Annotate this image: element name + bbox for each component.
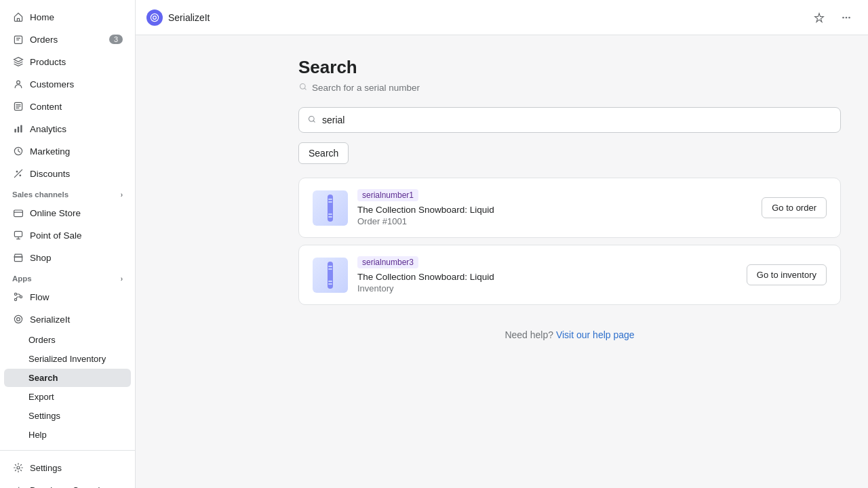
sidebar-item-label: Developer Console [30,485,105,489]
results-container: serialnumber1 The Collection Snowboard: … [298,178,841,305]
svg-rect-32 [328,268,332,270]
go-to-inventory-button[interactable]: Go to inventory [747,264,827,285]
sidebar-item-content[interactable]: Content [4,96,131,117]
page-title: Search [298,57,841,78]
help-section: Need help? Visit our help page [298,329,841,340]
sidebar-item-label: Shop [30,253,52,263]
result-product-name: The Collection Snowboard: Liquid [357,272,737,282]
svg-rect-25 [328,199,332,200]
svg-point-17 [153,16,157,19]
sidebar-item-shop[interactable]: Shop [4,247,131,268]
sidebar-item-online-store[interactable]: Online Store [4,202,131,224]
help-link[interactable]: Visit our help page [556,329,635,340]
search-button[interactable]: Search [298,142,349,164]
sidebar-item-label: Flow [30,292,50,302]
sidebar-item-serializeit[interactable]: SerializeIt [4,308,131,330]
sidebar-item-products[interactable]: Products [4,51,131,73]
product-image [313,258,348,293]
svg-point-12 [14,315,22,323]
sidebar-item-customers[interactable]: Customers [4,73,131,95]
svg-rect-27 [328,214,332,215]
sub-item-export[interactable]: Export [4,388,131,406]
products-icon [12,56,24,68]
sidebar-item-marketing[interactable]: Marketing [4,140,131,162]
sidebar-item-discounts[interactable]: Discounts [4,163,131,184]
marketing-icon [12,145,24,157]
sidebar-item-settings[interactable]: Settings [4,457,131,479]
shop-icon [12,251,24,264]
go-to-order-button[interactable]: Go to order [762,197,827,218]
result-info: serialnumber3 The Collection Snowboard: … [357,256,737,293]
sidebar-item-developer-console[interactable]: Developer Console [4,479,131,488]
serial-badge: serialnumber3 [357,256,418,268]
topbar-actions [808,7,857,28]
sidebar-item-label: SerializeIt [30,314,70,325]
orders-badge: 3 [109,35,123,44]
online-store-icon [12,207,24,219]
sidebar-item-flow[interactable]: Flow [4,286,131,308]
topbar: SerializeIt [136,0,868,35]
sidebar-item-label: Analytics [30,124,66,134]
svg-point-13 [17,318,20,321]
svg-point-1 [17,81,20,84]
search-input[interactable] [317,108,832,132]
pos-icon [12,229,24,241]
svg-rect-26 [328,201,332,203]
sub-item-label: Settings [28,411,60,421]
sales-channels-section: Sales channels › [0,185,135,201]
svg-point-18 [842,16,844,18]
sub-item-label: Help [28,430,47,440]
dev-console-icon [12,484,24,488]
sidebar-item-label: Customers [30,79,74,89]
flow-icon [12,291,24,303]
sub-item-search[interactable]: Search [4,369,131,387]
serial-badge: serialnumber1 [357,189,418,201]
sub-item-label: Orders [28,335,56,345]
sidebar-item-home[interactable]: Home [4,6,131,28]
customers-icon [12,78,24,90]
sidebar-item-analytics[interactable]: Analytics [4,118,131,140]
sub-item-serialized-inventory[interactable]: Serialized Inventory [4,350,131,368]
analytics-icon [12,123,24,135]
content-icon [12,100,24,113]
sales-channels-chevron[interactable]: › [121,191,123,199]
svg-rect-28 [328,216,332,218]
result-card: serialnumber1 The Collection Snowboard: … [298,178,841,238]
page-subtitle: Search for a serial number [298,82,841,94]
serializeit-icon [12,313,24,325]
svg-rect-33 [328,281,332,282]
sidebar-item-label: Products [30,57,66,67]
svg-point-9 [14,293,16,295]
sidebar-item-label: Marketing [30,146,70,157]
sub-item-orders[interactable]: Orders [4,331,131,349]
home-icon [12,11,24,23]
svg-point-20 [848,16,850,18]
topbar-title: SerializeIt [168,12,210,23]
sidebar-item-label: Settings [30,463,62,473]
sidebar-bottom: Settings Developer Console Non-transfera… [0,450,135,488]
result-info: serialnumber1 The Collection Snowboard: … [357,189,752,226]
svg-rect-5 [20,125,22,132]
svg-point-16 [151,14,158,21]
app-sub-items: Orders Serialized Inventory Search Expor… [0,331,135,444]
svg-rect-8 [14,257,22,261]
svg-point-10 [20,296,22,298]
sub-item-label: Search [28,373,58,383]
apps-section: Apps › [0,269,135,285]
result-sub: Inventory [357,283,737,293]
more-button[interactable] [835,7,857,28]
sidebar-item-label: Point of Sale [30,230,82,241]
pin-button[interactable] [808,7,830,28]
result-card: serialnumber3 The Collection Snowboard: … [298,245,841,305]
search-icon-subtitle [298,82,308,94]
sidebar-item-orders[interactable]: Orders 3 [4,28,131,50]
svg-point-19 [846,16,848,18]
sub-item-settings[interactable]: Settings [4,407,131,425]
apps-chevron[interactable]: › [121,275,123,283]
svg-rect-7 [14,231,22,237]
sidebar-item-pos[interactable]: Point of Sale [4,224,131,246]
sub-item-help[interactable]: Help [4,426,131,444]
svg-point-11 [14,298,16,300]
result-product-name: The Collection Snowboard: Liquid [357,205,752,215]
product-image [313,190,348,226]
